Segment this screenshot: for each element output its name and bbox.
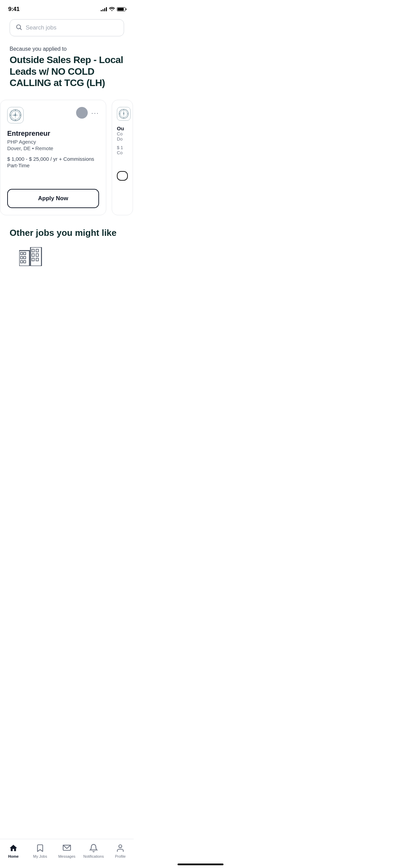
partial-salary: $ 1	[117, 145, 128, 150]
svg-rect-35	[36, 249, 38, 252]
job-type: Part-Time	[7, 162, 99, 168]
svg-rect-30	[24, 256, 26, 259]
bottom-icon-preview	[10, 244, 124, 269]
more-options-icon[interactable]: ···	[91, 109, 99, 116]
other-jobs-title: Other jobs you might like	[10, 228, 124, 238]
svg-point-16	[15, 114, 16, 116]
svg-rect-36	[32, 254, 34, 256]
partial-company-logo	[117, 107, 131, 121]
search-bar[interactable]: Search jobs	[10, 19, 124, 36]
job-company: PHP Agency	[7, 139, 99, 145]
job-card-main: ··· Entrepreneur PHP Agency Dover, DE • …	[0, 100, 106, 215]
job-location: Dover, DE • Remote	[7, 145, 99, 151]
status-icons	[101, 6, 125, 12]
because-label: Because you applied to	[10, 46, 124, 52]
bookmark-dot[interactable]	[76, 107, 88, 119]
apply-now-button[interactable]: Apply Now	[7, 189, 99, 208]
because-section: Because you applied to Outside Sales Rep…	[10, 46, 124, 89]
status-bar: 9:41	[0, 0, 134, 16]
main-content: Search jobs Because you applied to Outsi…	[0, 16, 134, 89]
partial-sub2: Do	[117, 136, 128, 142]
partial-sub1: Co	[117, 131, 128, 136]
wifi-icon	[109, 6, 115, 12]
svg-point-25	[123, 113, 124, 114]
card-header: ···	[7, 107, 99, 123]
job-salary: $ 1,000 - $ 25,000 / yr + Commissions	[7, 156, 99, 162]
svg-rect-27	[21, 252, 23, 255]
svg-rect-34	[32, 249, 34, 252]
search-icon	[15, 24, 22, 32]
search-placeholder: Search jobs	[26, 24, 57, 31]
signal-icon	[101, 7, 107, 11]
svg-rect-39	[36, 258, 38, 261]
svg-rect-37	[36, 254, 38, 256]
partial-apply-button[interactable]	[117, 171, 128, 181]
svg-line-1	[20, 28, 22, 30]
svg-rect-38	[32, 258, 34, 261]
job-card-partial: Ou Co Do $ 1 Co	[112, 100, 133, 215]
company-logo	[7, 107, 24, 123]
partial-comm: Co	[117, 150, 128, 155]
job-title: Entrepreneur	[7, 130, 99, 137]
because-title: Outside Sales Rep - Local Leads w/ NO CO…	[10, 54, 124, 89]
cards-scroll[interactable]: ··· Entrepreneur PHP Agency Dover, DE • …	[0, 96, 134, 219]
svg-rect-32	[24, 261, 26, 263]
svg-rect-28	[24, 252, 26, 255]
status-time: 9:41	[8, 6, 20, 13]
building-icon	[19, 247, 44, 266]
other-jobs-section: Other jobs you might like	[0, 219, 134, 269]
svg-rect-31	[21, 261, 23, 263]
card-header-right: ···	[76, 107, 99, 119]
svg-rect-29	[21, 256, 23, 259]
battery-icon	[117, 7, 125, 11]
partial-title: Ou	[117, 125, 128, 131]
